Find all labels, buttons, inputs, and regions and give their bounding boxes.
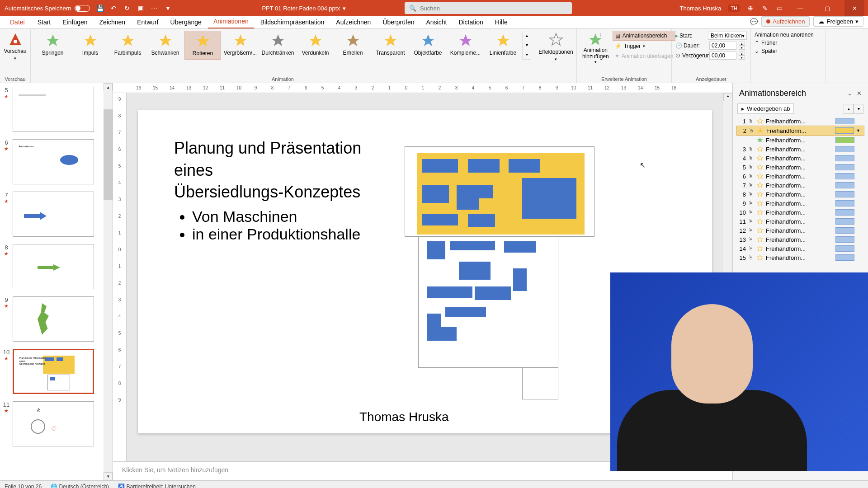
effect-options-button[interactable]: Effektoptionen ▾: [538, 31, 574, 63]
animation-effect-durchtrnken[interactable]: Durchtränken: [259, 31, 296, 60]
trigger-button[interactable]: ⚡Trigger▾: [613, 42, 676, 51]
expand-icon[interactable]: ▾: [523, 50, 531, 60]
menu-tab-ansicht[interactable]: Ansicht: [420, 17, 452, 28]
menu-tab-überprüfen[interactable]: Überprüfen: [377, 17, 420, 28]
scroll-down-icon[interactable]: ▾: [523, 40, 531, 50]
search-box[interactable]: 🔍 Suchen: [405, 2, 572, 14]
redo-icon[interactable]: ↻: [123, 5, 131, 12]
scroll-up-icon[interactable]: ▴: [523, 31, 531, 40]
animation-item-9[interactable]: 8🖱Freihandform...: [736, 190, 864, 199]
menu-tab-zeichnen[interactable]: Zeichnen: [94, 17, 131, 28]
animation-effect-kompleme[interactable]: Kompleme...: [447, 31, 484, 60]
animation-effect-farbimpuls[interactable]: Farbimpuls: [109, 31, 146, 60]
pen-icon[interactable]: ✎: [761, 5, 769, 12]
menu-tab-hilfe[interactable]: Hilfe: [490, 17, 513, 28]
animation-item-5[interactable]: 4🖱Freihandform...: [736, 154, 864, 163]
maximize-button[interactable]: ▢: [817, 0, 837, 16]
thumbs-scrollbar[interactable]: ▴ ▾: [104, 83, 113, 480]
user-avatar[interactable]: TH: [728, 5, 740, 12]
animation-effect-verdunkeln[interactable]: Verdunkeln: [297, 31, 334, 60]
preview-button[interactable]: Vorschau ▾: [0, 31, 33, 62]
menu-tab-bildschirmpräsentation[interactable]: Bildschirmpräsentation: [255, 17, 330, 28]
undo-icon[interactable]: ↶: [110, 5, 117, 12]
animation-item-10[interactable]: 9🖱Freihandform...: [736, 199, 864, 208]
animation-item-8[interactable]: 7🖱Freihandform...: [736, 181, 864, 190]
scrollbar-track[interactable]: [104, 91, 113, 472]
slide-thumbnail-11[interactable]: 11★♡⏱: [0, 398, 104, 450]
animation-item-13[interactable]: 12🖱Freihandform...: [736, 226, 864, 235]
move-down-button[interactable]: ▾: [854, 104, 863, 114]
scroll-up-icon[interactable]: ▴: [723, 93, 732, 101]
animation-item-2[interactable]: 2🖱Freihandform...▼: [736, 126, 864, 136]
record-button[interactable]: Aufzeichnen: [761, 16, 810, 27]
close-pane-icon[interactable]: ✕: [857, 90, 862, 97]
animation-effect-erhellen[interactable]: Erhellen: [335, 31, 371, 60]
animation-item-11[interactable]: 10🖱Freihandform...: [736, 208, 864, 217]
menu-tab-animationen[interactable]: Animationen: [208, 16, 254, 28]
animation-effect-linienfarbe[interactable]: Linienfarbe: [485, 31, 521, 60]
language-indicator[interactable]: 🌐 Deutsch (Österreich): [51, 483, 109, 488]
menu-tab-entwurf[interactable]: Entwurf: [132, 17, 164, 28]
scroll-up-icon[interactable]: ▴: [104, 83, 113, 91]
animation-item-7[interactable]: 6🖱Freihandform...: [736, 172, 864, 181]
autosave-toggle[interactable]: Automatisches Speichern: [5, 5, 90, 12]
start-slideshow-icon[interactable]: ▣: [137, 5, 144, 12]
delay-input[interactable]: [709, 52, 736, 60]
file-tab[interactable]: Datei: [4, 17, 31, 28]
menu-tab-übergänge[interactable]: Übergänge: [165, 17, 207, 28]
item-dropdown-icon[interactable]: ▼: [856, 128, 863, 133]
move-up-button[interactable]: ▴: [844, 104, 854, 114]
close-button[interactable]: ✕: [844, 0, 864, 16]
slide-thumbnail-9[interactable]: 9★: [0, 293, 104, 345]
animation-effect-springen[interactable]: Springen: [34, 31, 71, 60]
duration-spinner[interactable]: ▴▾: [739, 42, 745, 50]
animation-effect-impuls[interactable]: Impuls: [72, 31, 108, 60]
sync-icon[interactable]: ⊕: [747, 5, 754, 12]
menu-tab-einfügen[interactable]: Einfügen: [57, 17, 93, 28]
animation-item-4[interactable]: 3🖱Freihandform...: [736, 145, 864, 154]
floorplan-graphic[interactable]: [405, 146, 594, 399]
slide-thumbnail-8[interactable]: 8★: [0, 240, 104, 293]
animation-list[interactable]: 1🖱Freihandform...2🖱Freihandform...▼Freih…: [733, 116, 868, 263]
accessibility-checker[interactable]: ♿ Barrierefreiheit: Untersuchen: [118, 483, 196, 488]
toggle-switch-icon[interactable]: [75, 5, 90, 12]
animation-effect-schwanken[interactable]: Schwanken: [147, 31, 184, 60]
chevron-down-icon[interactable]: ⌄: [847, 90, 852, 97]
username-label[interactable]: Thomas Hruska: [680, 5, 722, 12]
slide-thumbnail-7[interactable]: 7★: [0, 188, 104, 240]
animation-item-1[interactable]: 1🖱Freihandform...: [736, 117, 864, 126]
add-animation-button[interactable]: + Animation hinzufügen ▾: [580, 31, 611, 66]
animation-pane-toggle[interactable]: ▤Animationsbereich: [613, 31, 676, 41]
comments-icon[interactable]: 💬: [750, 18, 758, 25]
animation-effect-vergrern[interactable]: Vergrößern/...: [222, 31, 259, 60]
animation-item-15[interactable]: 14🖱Freihandform...: [736, 244, 864, 253]
menu-tab-dictation[interactable]: Dictation: [453, 17, 488, 28]
slide-thumbnail-6[interactable]: 6★Animationen: [0, 136, 104, 188]
play-from-button[interactable]: ▸Wiedergeben ab: [737, 103, 794, 114]
save-icon[interactable]: 💾: [96, 5, 104, 12]
more-icon[interactable]: ⋯: [151, 5, 158, 12]
animation-item-12[interactable]: 11🖱Freihandform...: [736, 217, 864, 226]
thumbs-list[interactable]: 5★6★Animationen7★8★9★10★Planung und Präs…: [0, 83, 104, 480]
slide-counter[interactable]: Folie 10 von 26: [5, 483, 42, 488]
scroll-down-icon[interactable]: ▾: [104, 472, 113, 480]
document-title[interactable]: PPT 01 Roter Faden 004.pptx ▾: [262, 5, 345, 12]
gallery-scroll[interactable]: ▴▾▾: [522, 31, 531, 60]
duration-input[interactable]: [709, 42, 736, 50]
animation-item-6[interactable]: 5🖱Freihandform...: [736, 163, 864, 172]
share-button[interactable]: ☁Freigeben▾: [813, 16, 863, 27]
slide-author[interactable]: Thomas Hruska: [359, 410, 449, 424]
menu-tab-aufzeichnen[interactable]: Aufzeichnen: [330, 17, 376, 28]
move-later-button[interactable]: ⌄Später: [755, 47, 821, 55]
move-earlier-button[interactable]: ⌃Früher: [755, 39, 821, 47]
animation-gallery[interactable]: SpringenImpulsFarbimpulsSchwankenRotiere…: [34, 31, 531, 60]
animation-item-3[interactable]: Freihandform...: [736, 136, 864, 145]
animation-effect-transparent[interactable]: Transparent: [372, 31, 409, 60]
ribbon-mode-icon[interactable]: ▭: [776, 5, 783, 12]
delay-spinner[interactable]: ▴▾: [739, 52, 745, 60]
animation-item-14[interactable]: 13🖱Freihandform...: [736, 235, 864, 244]
minimize-button[interactable]: —: [790, 0, 810, 16]
menu-tab-start[interactable]: Start: [32, 17, 57, 28]
scrollbar-thumb[interactable]: [104, 109, 113, 200]
animation-effect-objektfarbe[interactable]: Objektfarbe: [410, 31, 446, 60]
